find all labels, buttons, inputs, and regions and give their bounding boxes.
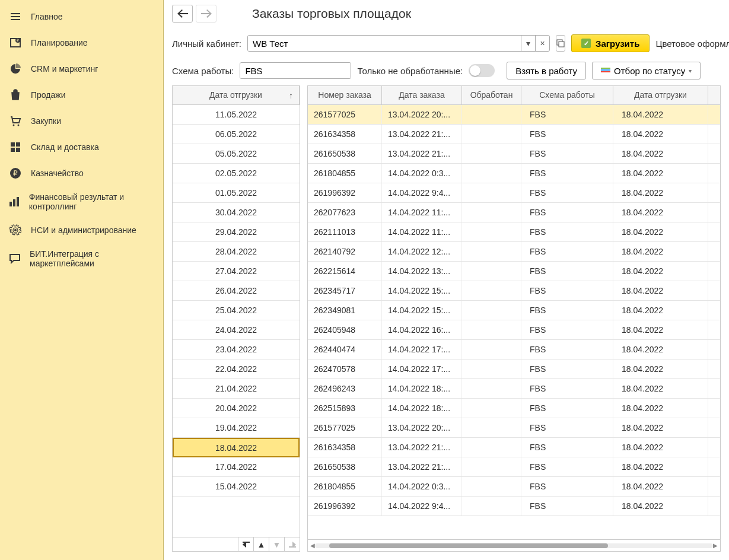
load-button[interactable]: ✓ Загрузить bbox=[571, 34, 650, 52]
cell-num: 261804855 bbox=[308, 477, 382, 496]
nav-back-button[interactable] bbox=[172, 5, 193, 23]
sidebar-item-5[interactable]: Склад и доставка bbox=[0, 134, 163, 160]
sidebar-item-2[interactable]: CRM и маркетинг bbox=[0, 56, 163, 82]
shipment-date-row[interactable]: 21.04.2022 bbox=[173, 379, 300, 399]
shipment-date-row[interactable]: 22.04.2022 bbox=[173, 359, 300, 379]
order-row[interactable]: 26157702513.04.2022 20:...FBS18.04.2022 bbox=[308, 105, 720, 125]
cell-num: 261996392 bbox=[308, 183, 382, 202]
open-external-button[interactable] bbox=[556, 35, 565, 52]
sidebar-item-6[interactable]: ₽Казначейство bbox=[0, 160, 163, 186]
shipment-date-row[interactable]: 19.04.2022 bbox=[173, 418, 300, 438]
shipment-date-row[interactable]: 27.04.2022 bbox=[173, 262, 300, 281]
col-3[interactable]: Схема работы bbox=[521, 86, 613, 104]
shipment-date-row[interactable]: 28.04.2022 bbox=[173, 242, 300, 262]
order-row[interactable]: 26163435813.04.2022 21:...FBS18.04.2022 bbox=[308, 125, 720, 144]
col-1[interactable]: Дата заказа bbox=[382, 86, 462, 104]
order-row[interactable]: 26199639214.04.2022 9:4...FBS18.04.2022 bbox=[308, 497, 720, 516]
order-row[interactable]: 26165053813.04.2022 21:...FBS18.04.2022 bbox=[308, 144, 720, 164]
shipment-date-row[interactable]: 06.05.2022 bbox=[173, 125, 300, 144]
page-last-button[interactable] bbox=[284, 537, 300, 551]
cell-num: 262077623 bbox=[308, 203, 382, 222]
col-4[interactable]: Дата отгрузки bbox=[613, 86, 708, 104]
shipment-date-row[interactable]: 23.04.2022 bbox=[173, 340, 300, 359]
shipment-date-row[interactable]: 02.05.2022 bbox=[173, 164, 300, 183]
page-down-button[interactable]: ▼ bbox=[269, 537, 284, 551]
order-row[interactable]: 26199639214.04.2022 9:4...FBS18.04.2022 bbox=[308, 183, 720, 203]
gear-icon bbox=[8, 223, 23, 237]
only-new-toggle[interactable] bbox=[469, 64, 495, 77]
svg-point-14 bbox=[14, 229, 17, 231]
order-row[interactable]: 26247057814.04.2022 17:...FBS18.04.2022 bbox=[308, 359, 720, 379]
svg-point-4 bbox=[18, 125, 20, 126]
sidebar-item-7[interactable]: Финансовый результат и контроллинг bbox=[0, 186, 163, 217]
page-first-button[interactable] bbox=[238, 537, 253, 551]
shipment-date-row[interactable]: 17.04.2022 bbox=[173, 457, 300, 477]
order-row[interactable]: 26240594814.04.2022 16:...FBS18.04.2022 bbox=[308, 320, 720, 340]
dropdown-icon[interactable]: ▾ bbox=[521, 36, 535, 51]
order-row[interactable]: 26180485514.04.2022 0:3...FBS18.04.2022 bbox=[308, 164, 720, 183]
grid-icon bbox=[8, 140, 23, 154]
clear-icon[interactable]: × bbox=[535, 36, 549, 51]
order-row[interactable]: 26244047414.04.2022 17:...FBS18.04.2022 bbox=[308, 340, 720, 359]
h-scrollbar[interactable]: ◀ ▶ bbox=[308, 539, 720, 551]
cell-num: 262515893 bbox=[308, 399, 382, 418]
account-input[interactable] bbox=[248, 36, 521, 51]
cell-num: 261634358 bbox=[308, 438, 382, 457]
order-row[interactable]: 26249624314.04.2022 18:...FBS18.04.2022 bbox=[308, 379, 720, 399]
sidebar-item-4[interactable]: Закупки bbox=[0, 108, 163, 134]
col-0[interactable]: Номер заказа bbox=[308, 86, 382, 104]
cell-date: 14.04.2022 9:4... bbox=[382, 497, 462, 516]
order-row[interactable]: 26251589314.04.2022 18:...FBS18.04.2022 bbox=[308, 399, 720, 418]
shipment-date-row[interactable]: 30.04.2022 bbox=[173, 203, 300, 222]
shipment-date-row[interactable]: 01.05.2022 bbox=[173, 183, 300, 203]
order-row[interactable]: 26163435813.04.2022 21:...FBS18.04.2022 bbox=[308, 438, 720, 457]
sidebar-item-3[interactable]: Продажи bbox=[0, 82, 163, 108]
col-shipment-date[interactable]: Дата отгрузки ↑ bbox=[173, 86, 300, 104]
sidebar-item-0[interactable]: Главное bbox=[0, 4, 163, 30]
take-to-work-button[interactable]: Взять в работу bbox=[507, 62, 586, 79]
order-row[interactable]: 26234908114.04.2022 15:...FBS18.04.2022 bbox=[308, 301, 720, 320]
nav-forward-button[interactable] bbox=[196, 5, 217, 23]
cell-ship: 18.04.2022 bbox=[613, 340, 708, 359]
cell-proc bbox=[462, 477, 521, 496]
shipment-date-row[interactable]: 26.04.2022 bbox=[173, 281, 300, 301]
cell-ship: 18.04.2022 bbox=[613, 164, 708, 183]
order-row[interactable]: 26214079214.04.2022 12:...FBS18.04.2022 bbox=[308, 242, 720, 262]
order-row[interactable]: 26221561414.04.2022 13:...FBS18.04.2022 bbox=[308, 262, 720, 281]
scheme-combo[interactable]: ▾ × bbox=[240, 62, 351, 79]
shipment-date-row[interactable]: 18.04.2022 bbox=[173, 438, 300, 457]
shipment-date-row[interactable]: 24.04.2022 bbox=[173, 320, 300, 340]
shipment-date-row[interactable]: 25.04.2022 bbox=[173, 301, 300, 320]
cell-date: 13.04.2022 20:... bbox=[382, 418, 462, 437]
cell-scheme: FBS bbox=[521, 320, 613, 339]
svg-rect-13 bbox=[17, 197, 19, 206]
cell-date: 13.04.2022 21:... bbox=[382, 438, 462, 457]
order-row[interactable]: 26207762314.04.2022 11:...FBS18.04.2022 bbox=[308, 203, 720, 222]
chat-icon bbox=[8, 252, 21, 266]
order-row[interactable]: 26234571714.04.2022 15:...FBS18.04.2022 bbox=[308, 281, 720, 301]
cell-ship: 18.04.2022 bbox=[613, 105, 708, 124]
status-filter-button[interactable]: Отбор по статусу ▾ bbox=[592, 62, 701, 79]
col-2[interactable]: Обработан bbox=[462, 86, 521, 104]
account-combo[interactable]: ▾ × bbox=[247, 35, 550, 52]
shipment-date-row[interactable]: 15.04.2022 bbox=[173, 477, 300, 497]
sidebar-item-1[interactable]: ₽Планирование bbox=[0, 30, 163, 56]
order-row[interactable]: 26165053813.04.2022 21:...FBS18.04.2022 bbox=[308, 457, 720, 477]
cell-ship: 18.04.2022 bbox=[613, 281, 708, 300]
svg-rect-5 bbox=[11, 142, 15, 147]
shipment-date-row[interactable]: 29.04.2022 bbox=[173, 222, 300, 242]
cell-scheme: FBS bbox=[521, 281, 613, 300]
cell-num: 261650538 bbox=[308, 144, 382, 163]
order-row[interactable]: 26211101314.04.2022 11:...FBS18.04.2022 bbox=[308, 222, 720, 242]
shipment-date-row[interactable]: 05.05.2022 bbox=[173, 144, 300, 164]
order-row[interactable]: 26157702513.04.2022 20:...FBS18.04.2022 bbox=[308, 418, 720, 438]
page-up-button[interactable]: ▲ bbox=[253, 537, 269, 551]
scheme-input[interactable] bbox=[240, 63, 351, 78]
sidebar-item-8[interactable]: НСИ и администрирование bbox=[0, 217, 163, 243]
sidebar-item-9[interactable]: БИТ.Интеграция с маркетплейсами bbox=[0, 243, 163, 274]
shipment-date-row[interactable]: 11.05.2022 bbox=[173, 105, 300, 125]
cell-date: 14.04.2022 17:... bbox=[382, 359, 462, 378]
order-row[interactable]: 26180485514.04.2022 0:3...FBS18.04.2022 bbox=[308, 477, 720, 497]
svg-rect-6 bbox=[16, 142, 20, 147]
shipment-date-row[interactable]: 20.04.2022 bbox=[173, 399, 300, 418]
